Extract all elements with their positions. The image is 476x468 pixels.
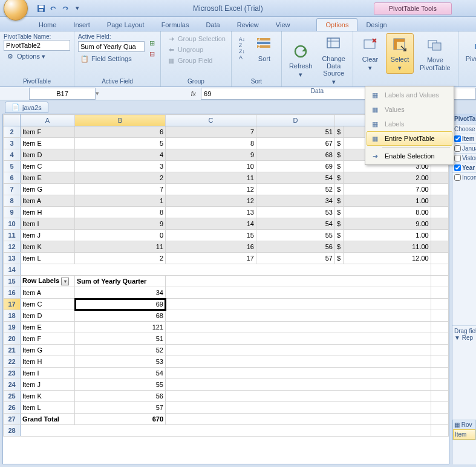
- select-all-cell[interactable]: [4, 115, 21, 126]
- cell[interactable]: 52: [256, 184, 335, 195]
- save-icon[interactable]: [36, 4, 46, 13]
- move-button[interactable]: Move PivotTable: [416, 34, 454, 72]
- row-header[interactable]: 2: [4, 126, 21, 138]
- cell[interactable]: $: [335, 230, 344, 241]
- cell[interactable]: 1: [75, 195, 166, 207]
- row-header[interactable]: 15: [4, 276, 21, 287]
- spreadsheet-grid[interactable]: ABCDE2Item F6751$3Item E5867$5.004Item D…: [2, 114, 449, 464]
- row-header[interactable]: 26: [4, 402, 21, 414]
- ungroup-button[interactable]: ⬅Ungroup: [165, 44, 227, 55]
- cell[interactable]: 12.00: [344, 253, 431, 264]
- row-header[interactable]: 6: [4, 172, 21, 184]
- cell[interactable]: 4: [75, 149, 166, 161]
- cell[interactable]: 69: [75, 299, 166, 310]
- tab-data[interactable]: Data: [197, 19, 228, 31]
- cell[interactable]: $: [335, 184, 344, 195]
- field-checkbox-Vistor[interactable]: Vistor: [452, 153, 476, 163]
- cell[interactable]: 34: [75, 287, 166, 299]
- cell[interactable]: 57: [256, 253, 335, 264]
- tab-options[interactable]: Options: [316, 18, 357, 31]
- cell[interactable]: 2.00: [344, 172, 431, 184]
- group-selection-button[interactable]: ➜Group Selection: [165, 33, 227, 44]
- cell[interactable]: 11: [166, 172, 256, 184]
- row-header[interactable]: 9: [4, 207, 21, 218]
- cell[interactable]: Item J: [21, 379, 75, 391]
- menu-values[interactable]: ▦Values: [367, 102, 452, 117]
- col-header-D[interactable]: D: [256, 115, 335, 126]
- cell[interactable]: $: [335, 195, 344, 207]
- grand-total-label[interactable]: Grand Total: [21, 414, 75, 425]
- cell[interactable]: 2: [75, 253, 166, 264]
- row-header[interactable]: 7: [4, 184, 21, 195]
- cell[interactable]: 1.00: [344, 230, 431, 241]
- cell[interactable]: 68: [75, 310, 166, 322]
- grand-total-value[interactable]: 670: [75, 414, 166, 425]
- cell[interactable]: 2: [75, 172, 166, 184]
- filter-dropdown-icon[interactable]: ▾: [61, 278, 69, 285]
- cell[interactable]: Item E: [21, 172, 75, 184]
- cell[interactable]: 7: [75, 184, 166, 195]
- col-header-B[interactable]: B: [75, 115, 166, 126]
- field-settings-button[interactable]: 📋Field Settings: [78, 53, 145, 64]
- clear-button[interactable]: Clear ▾: [357, 34, 383, 73]
- tab-home[interactable]: Home: [30, 19, 65, 31]
- field-checkbox-Janua[interactable]: Janua: [452, 143, 476, 153]
- sort-asc-button[interactable]: A↓Z: [235, 37, 249, 48]
- cell[interactable]: 11: [75, 241, 166, 253]
- cell[interactable]: Item E: [21, 138, 75, 149]
- cell[interactable]: Item I: [21, 368, 75, 379]
- row-header[interactable]: 3: [4, 138, 21, 149]
- cell[interactable]: 12: [166, 195, 256, 207]
- col-header-C[interactable]: C: [166, 115, 256, 126]
- field-checkbox-Year[interactable]: Year: [452, 163, 476, 172]
- cell[interactable]: 121: [75, 322, 166, 333]
- row-header[interactable]: 5: [4, 161, 21, 172]
- tab-insert[interactable]: Insert: [65, 19, 99, 31]
- cell[interactable]: 8.00: [344, 207, 431, 218]
- cell[interactable]: $: [335, 218, 344, 230]
- cell[interactable]: 1.00: [344, 195, 431, 207]
- cell[interactable]: 3: [75, 161, 166, 172]
- cell[interactable]: 15: [166, 230, 256, 241]
- cell[interactable]: 54: [256, 218, 335, 230]
- cell[interactable]: 57: [75, 402, 166, 414]
- cell[interactable]: Item L: [21, 402, 75, 414]
- pt-name-input[interactable]: [4, 40, 70, 51]
- cell[interactable]: Item K: [21, 391, 75, 402]
- cell[interactable]: 67: [256, 138, 335, 149]
- select-button[interactable]: Select ▾: [386, 33, 414, 74]
- tab-design[interactable]: Design: [357, 19, 395, 31]
- cell[interactable]: 34: [256, 195, 335, 207]
- cell[interactable]: 53: [256, 207, 335, 218]
- pivot-sum-header[interactable]: Sum of Yearly Quarter: [75, 276, 166, 287]
- group-field-button[interactable]: ▦Group Field: [165, 55, 227, 66]
- tab-formulas[interactable]: Formulas: [153, 19, 198, 31]
- cell[interactable]: $: [335, 241, 344, 253]
- field-checkbox-Item[interactable]: Item: [452, 134, 476, 143]
- cell[interactable]: Item H: [21, 356, 75, 368]
- cell[interactable]: 7.00: [344, 184, 431, 195]
- cell[interactable]: 16: [166, 241, 256, 253]
- cell[interactable]: 51: [256, 126, 335, 138]
- cell[interactable]: 17: [166, 253, 256, 264]
- cell[interactable]: 51: [75, 333, 166, 345]
- row-header[interactable]: 21: [4, 345, 21, 356]
- menu-enable-selection[interactable]: ➜Enable Selection: [367, 149, 452, 163]
- cell[interactable]: 54: [75, 368, 166, 379]
- name-box-dropdown-icon[interactable]: ▾: [96, 89, 105, 97]
- cell[interactable]: 56: [256, 241, 335, 253]
- cell[interactable]: 53: [75, 356, 166, 368]
- expand-icon[interactable]: ⊞: [147, 39, 157, 48]
- cell[interactable]: 10: [166, 161, 256, 172]
- row-labels-item[interactable]: Item: [453, 429, 475, 440]
- cell[interactable]: 68: [256, 149, 335, 161]
- cell[interactable]: Item F: [21, 333, 75, 345]
- row-header[interactable]: 12: [4, 241, 21, 253]
- row-header[interactable]: 8: [4, 195, 21, 207]
- cell[interactable]: Item F: [21, 126, 75, 138]
- cell[interactable]: 56: [75, 391, 166, 402]
- cell[interactable]: 7: [166, 126, 256, 138]
- cell[interactable]: 12: [166, 184, 256, 195]
- cell[interactable]: Item L: [21, 253, 75, 264]
- cell[interactable]: 8: [75, 207, 166, 218]
